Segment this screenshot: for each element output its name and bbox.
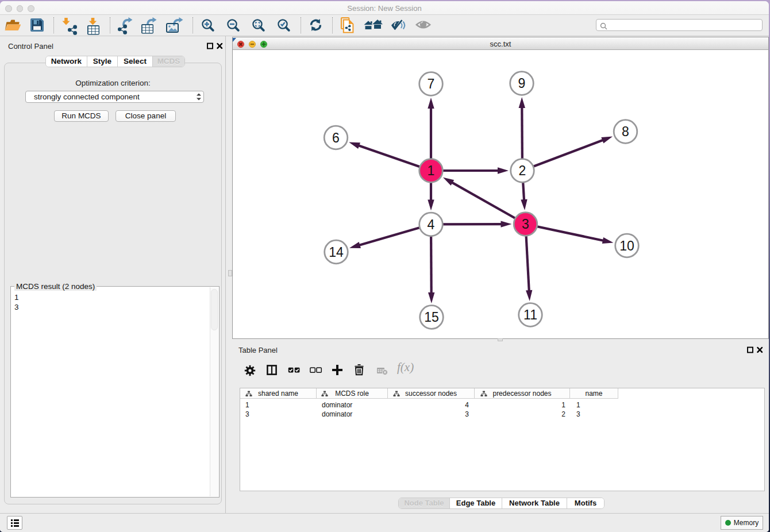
svg-text:f(x): f(x): [397, 360, 414, 374]
svg-text:10: 10: [619, 238, 634, 253]
svg-text:6: 6: [332, 130, 340, 145]
svg-text:11: 11: [523, 307, 537, 322]
svg-text:7: 7: [428, 76, 435, 91]
svg-text:15: 15: [424, 310, 439, 325]
svg-text:3: 3: [522, 217, 529, 232]
svg-text:2: 2: [519, 163, 526, 178]
svg-text:4: 4: [428, 217, 435, 232]
svg-text:9: 9: [518, 76, 526, 91]
svg-text:14: 14: [329, 245, 344, 260]
svg-text:8: 8: [622, 124, 629, 139]
svg-text:1: 1: [428, 163, 435, 178]
